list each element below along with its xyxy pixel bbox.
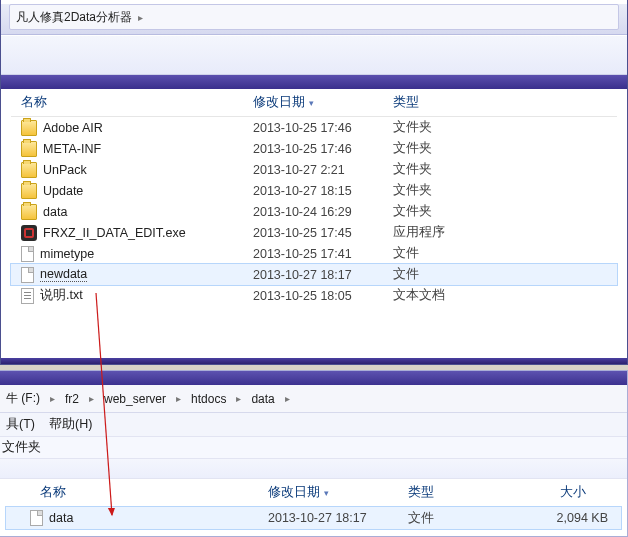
window-border-bottom (1, 358, 627, 364)
breadcrumb-segment[interactable]: 凡人修真2Data分析器 (16, 9, 132, 26)
header-type[interactable]: 类型 (408, 484, 518, 501)
breadcrumb-segment[interactable]: web_server (100, 392, 170, 406)
chevron-right-icon: ▸ (83, 393, 100, 404)
file-icon (21, 246, 34, 262)
file-list-area: 名称 修改日期▾ 类型 Adobe AIR2013-10-25 17:46文件夹… (1, 89, 627, 306)
file-row[interactable]: UnPack2013-10-27 2:21文件夹 (11, 159, 617, 180)
file-date: 2013-10-25 17:46 (253, 121, 393, 135)
file-name: data (43, 205, 67, 219)
file-name: 说明.txt (40, 287, 83, 304)
file-date: 2013-10-25 18:05 (253, 289, 393, 303)
chevron-right-icon: ▸ (170, 393, 187, 404)
file-date: 2013-10-25 17:46 (253, 142, 393, 156)
file-row[interactable]: newdata2013-10-27 18:17文件 (11, 264, 617, 285)
breadcrumb[interactable]: 牛 (F:) ▸ fr2 ▸ web_server ▸ htdocs ▸ dat… (0, 385, 627, 413)
window-chrome: 凡人修真2Data分析器 ▸ (1, 4, 627, 35)
breadcrumb[interactable]: 凡人修真2Data分析器 ▸ (9, 4, 619, 30)
menu-tools[interactable]: 具(T) (6, 416, 35, 433)
file-date: 2013-10-25 17:45 (253, 226, 393, 240)
file-type: 文件夹 (393, 161, 493, 178)
decorative-bar (0, 371, 627, 385)
file-name: mimetype (40, 247, 94, 261)
toolbar-area (1, 35, 627, 75)
file-type: 文本文档 (393, 287, 493, 304)
file-row[interactable]: 说明.txt2013-10-25 18:05文本文档 (11, 285, 617, 306)
sort-indicator-icon: ▾ (309, 98, 314, 108)
chevron-right-icon: ▸ (44, 393, 61, 404)
header-name[interactable]: 名称 (30, 484, 268, 501)
header-type[interactable]: 类型 (393, 94, 493, 111)
file-type: 文件夹 (393, 182, 493, 199)
header-date[interactable]: 修改日期▾ (253, 94, 393, 111)
application-icon (21, 225, 37, 241)
breadcrumb-segment[interactable]: data (247, 392, 278, 406)
file-icon (30, 510, 43, 526)
chevron-right-icon: ▸ (230, 393, 247, 404)
folder-icon (21, 183, 37, 199)
menu-help[interactable]: 帮助(H) (49, 416, 92, 433)
file-row[interactable]: data2013-10-24 16:29文件夹 (11, 201, 617, 222)
file-name: FRXZ_II_DATA_EDIT.exe (43, 226, 186, 240)
header-date[interactable]: 修改日期▾ (268, 484, 408, 501)
breadcrumb-segment[interactable]: 牛 (F:) (2, 390, 44, 407)
file-type: 应用程序 (393, 224, 493, 241)
breadcrumb-segment[interactable]: fr2 (61, 392, 83, 406)
folder-icon (21, 162, 37, 178)
file-name: Update (43, 184, 83, 198)
sort-indicator-icon: ▾ (324, 488, 329, 498)
folder-icon (21, 120, 37, 136)
file-name: Adobe AIR (43, 121, 103, 135)
file-row[interactable]: Update2013-10-27 18:15文件夹 (11, 180, 617, 201)
text-file-icon (21, 288, 34, 304)
file-list-area: 名称 修改日期▾ 类型 大小 data2013-10-27 18:17文件2,0… (0, 479, 627, 529)
header-size[interactable]: 大小 (518, 484, 608, 501)
file-name: newdata (40, 267, 87, 282)
folder-icon (21, 141, 37, 157)
explorer-window-top: 凡人修真2Data分析器 ▸ 名称 修改日期▾ 类型 Adobe AIR2013… (0, 0, 628, 365)
file-size: 2,094 KB (518, 511, 608, 525)
menu-bar[interactable]: 具(T) 帮助(H) (0, 413, 627, 437)
file-date: 2013-10-27 18:15 (253, 184, 393, 198)
file-name: META-INF (43, 142, 101, 156)
file-row[interactable]: data2013-10-27 18:17文件2,094 KB (6, 507, 621, 529)
file-name: UnPack (43, 163, 87, 177)
file-type: 文件夹 (393, 203, 493, 220)
file-type: 文件夹 (393, 140, 493, 157)
toolbar: 文件夹 (0, 437, 627, 459)
file-name: data (49, 511, 73, 525)
file-type: 文件 (393, 245, 493, 262)
file-row[interactable]: Adobe AIR2013-10-25 17:46文件夹 (11, 117, 617, 138)
file-row[interactable]: META-INF2013-10-25 17:46文件夹 (11, 138, 617, 159)
file-type: 文件夹 (393, 119, 493, 136)
toolbar-gap (0, 459, 627, 479)
toolbar-folder-label[interactable]: 文件夹 (2, 439, 41, 456)
column-headers[interactable]: 名称 修改日期▾ 类型 大小 (6, 479, 621, 507)
file-date: 2013-10-27 18:17 (253, 268, 393, 282)
folder-icon (21, 204, 37, 220)
breadcrumb-segment[interactable]: htdocs (187, 392, 230, 406)
file-date: 2013-10-27 2:21 (253, 163, 393, 177)
file-date: 2013-10-27 18:17 (268, 511, 408, 525)
decorative-bar (1, 75, 627, 89)
column-headers[interactable]: 名称 修改日期▾ 类型 (11, 89, 617, 117)
file-icon (21, 267, 34, 283)
chevron-right-icon: ▸ (132, 12, 149, 23)
header-name[interactable]: 名称 (11, 94, 253, 111)
file-row[interactable]: FRXZ_II_DATA_EDIT.exe2013-10-25 17:45应用程… (11, 222, 617, 243)
file-type: 文件 (393, 266, 493, 283)
file-date: 2013-10-25 17:41 (253, 247, 393, 261)
file-date: 2013-10-24 16:29 (253, 205, 393, 219)
file-type: 文件 (408, 510, 518, 527)
file-row[interactable]: mimetype2013-10-25 17:41文件 (11, 243, 617, 264)
explorer-window-bottom: 牛 (F:) ▸ fr2 ▸ web_server ▸ htdocs ▸ dat… (0, 370, 628, 537)
chevron-right-icon: ▸ (279, 393, 296, 404)
